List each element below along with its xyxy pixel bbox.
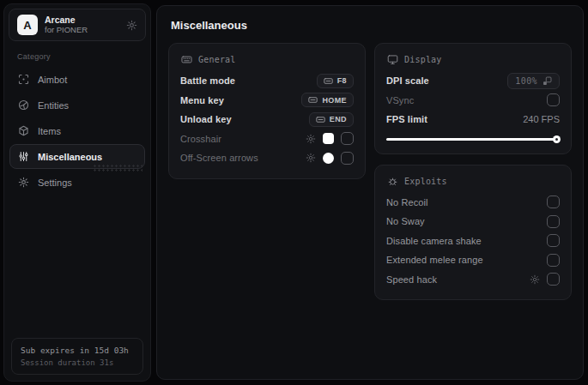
exploits-panel-title: Exploits xyxy=(404,177,447,186)
keyboard-icon xyxy=(324,76,333,86)
general-panel-header: General xyxy=(181,54,354,65)
display-panel-title: Display xyxy=(404,55,442,64)
gear-icon xyxy=(18,177,29,188)
setting-row-menu-key: Menu key HOME xyxy=(180,91,354,111)
setting-row-vsync: VSync xyxy=(386,91,560,111)
dpi-scale-value: 100% xyxy=(515,76,537,86)
setting-label: Extended melee range xyxy=(386,255,483,265)
sidebar-item-entities[interactable]: Entities xyxy=(9,93,145,117)
sidebar-item-label: Items xyxy=(38,126,61,136)
sidebar-item-label: Settings xyxy=(38,177,72,188)
setting-row-no-recoil: No Recoil xyxy=(386,193,560,213)
sidebar-item-miscellaneous[interactable]: Miscellaneous xyxy=(9,144,145,169)
gear-icon[interactable] xyxy=(530,274,540,285)
sidebar-item-label: Miscellaneous xyxy=(38,152,102,162)
setting-label: Crosshair xyxy=(180,134,221,144)
setting-label: Disable camera shake xyxy=(386,236,482,246)
keyboard-icon xyxy=(316,115,325,124)
sliders-icon xyxy=(18,151,29,162)
monitor-icon xyxy=(387,54,398,65)
keybind-chip-unload-key[interactable]: END xyxy=(309,112,354,127)
speed-hack-controls xyxy=(530,273,560,286)
speed-hack-checkbox[interactable] xyxy=(547,273,560,286)
color-swatch[interactable] xyxy=(323,133,334,144)
keyboard-icon xyxy=(181,54,192,65)
crosshair-checkbox[interactable] xyxy=(341,132,354,145)
general-panel: General Battle mode F8 Menu key xyxy=(168,43,366,179)
gear-icon[interactable] xyxy=(306,134,316,144)
exploits-panel: Exploits No Recoil No Sway Disable camer… xyxy=(374,165,572,301)
setting-label: Speed hack xyxy=(386,274,437,285)
vsync-checkbox[interactable] xyxy=(547,93,560,106)
sidebar-nav: Aimbot Entities Items xyxy=(4,67,150,195)
app-name: Arcane xyxy=(45,15,119,25)
setting-label: No Recoil xyxy=(386,197,428,208)
setting-label: No Sway xyxy=(386,216,425,226)
keybind-chip-battle-mode[interactable]: F8 xyxy=(317,74,354,88)
page-title: Miscellaneous xyxy=(171,19,572,32)
setting-row-crosshair: Crosshair xyxy=(180,129,354,149)
fps-limit-slider[interactable] xyxy=(386,135,560,143)
radar-icon xyxy=(18,99,29,111)
display-panel-header: Display xyxy=(387,54,560,65)
app-logo: A xyxy=(17,15,38,35)
fps-limit-value: 240 FPS xyxy=(523,114,560,124)
app-header-card: A Arcane for PIONER xyxy=(9,9,146,41)
right-column: Display DPI scale 100% VSync xyxy=(374,43,572,300)
keyboard-icon xyxy=(308,95,318,105)
sidebar-item-aimbot[interactable]: Aimbot xyxy=(9,67,145,92)
sidebar-item-label: Entities xyxy=(38,100,69,111)
sidebar-item-label: Aimbot xyxy=(38,75,67,85)
subscription-card: Sub expires in 15d 03h Session duration … xyxy=(11,338,143,375)
dpi-scale-select[interactable]: 100% xyxy=(507,73,560,89)
setting-label: FPS limit xyxy=(386,114,427,124)
category-label: Category xyxy=(17,52,150,61)
scale-icon xyxy=(543,76,552,86)
keybind-value: F8 xyxy=(337,76,347,85)
setting-row-unload-key: Unload key END xyxy=(180,110,354,129)
setting-row-no-sway: No Sway xyxy=(386,212,560,232)
main-panel: Miscellaneous General Battle mode xyxy=(156,5,584,380)
disable-camera-shake-checkbox[interactable] xyxy=(547,234,560,247)
general-panel-title: General xyxy=(198,55,236,64)
content-columns: General Battle mode F8 Menu key xyxy=(168,43,572,300)
bug-icon xyxy=(387,176,398,187)
sidebar: A Arcane for PIONER Category Aimbot xyxy=(3,3,151,382)
color-swatch[interactable] xyxy=(323,153,334,164)
setting-row-dpi-scale: DPI scale 100% xyxy=(386,71,560,91)
extended-melee-range-checkbox[interactable] xyxy=(547,254,560,267)
gear-icon[interactable] xyxy=(306,153,316,163)
sidebar-item-settings[interactable]: Settings xyxy=(9,170,145,195)
setting-label: Battle mode xyxy=(180,75,235,86)
offscreen-arrows-checkbox[interactable] xyxy=(341,152,354,165)
exploits-panel-header: Exploits xyxy=(387,176,560,187)
setting-label: Off-Screen arrows xyxy=(180,153,258,163)
keybind-value: END xyxy=(330,115,347,123)
setting-row-fps-limit: FPS limit 240 FPS xyxy=(386,110,560,129)
keybind-chip-menu-key[interactable]: HOME xyxy=(301,93,354,107)
session-duration-text: Session duration 31s xyxy=(21,358,134,367)
no-recoil-checkbox[interactable] xyxy=(547,196,560,208)
display-panel: Display DPI scale 100% VSync xyxy=(374,43,572,154)
setting-label: Unload key xyxy=(180,114,232,124)
setting-label: VSync xyxy=(386,95,414,105)
app-subtitle: for PIONER xyxy=(45,26,119,35)
gear-icon[interactable] xyxy=(126,20,137,31)
setting-row-battle-mode: Battle mode F8 xyxy=(180,71,354,91)
package-icon xyxy=(18,125,29,136)
setting-label: Menu key xyxy=(180,95,224,105)
setting-label: DPI scale xyxy=(386,75,429,86)
offscreen-arrows-controls xyxy=(306,152,354,165)
sidebar-item-items[interactable]: Items xyxy=(9,118,145,143)
setting-row-offscreen-arrows: Off-Screen arrows xyxy=(180,148,354,168)
crosshair-controls xyxy=(306,132,354,145)
app-meta: Arcane for PIONER xyxy=(45,15,119,35)
slider-handle[interactable] xyxy=(553,135,561,143)
setting-row-disable-camera-shake: Disable camera shake xyxy=(386,232,560,251)
keybind-value: HOME xyxy=(322,96,347,105)
sub-expires-text: Sub expires in 15d 03h xyxy=(21,346,134,355)
no-sway-checkbox[interactable] xyxy=(547,215,560,228)
setting-row-speed-hack: Speed hack xyxy=(386,270,560,290)
scan-icon xyxy=(18,74,29,85)
slider-track xyxy=(386,138,560,141)
